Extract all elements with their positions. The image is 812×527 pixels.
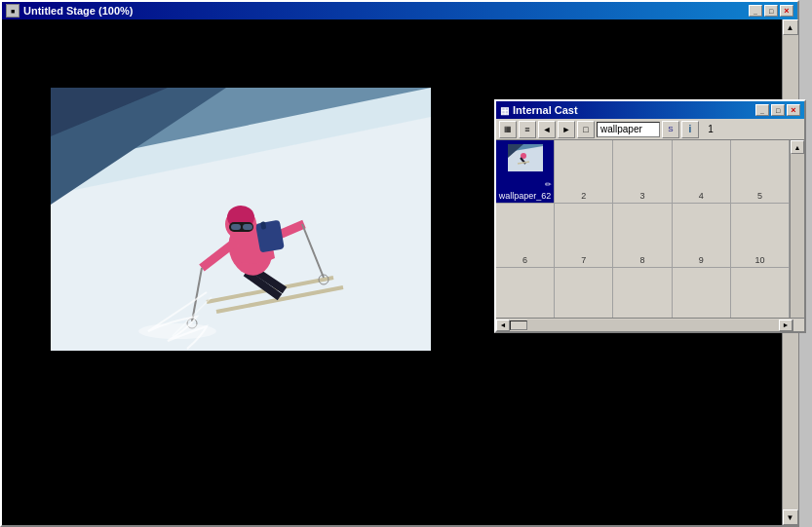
cast-resize-handle[interactable] xyxy=(793,320,804,331)
cast-script-button[interactable]: S xyxy=(662,121,679,138)
main-title-bar: ■ Untitled Stage (100%) _ □ × xyxy=(2,2,797,19)
cast-cell-8[interactable]: 8 xyxy=(613,204,672,267)
main-window-icon: ■ xyxy=(6,4,19,18)
cast-prev-button[interactable]: ◄ xyxy=(538,121,556,138)
cast-cell-1[interactable]: ✏wallpaper_62 xyxy=(496,140,555,204)
cast-list-view-button[interactable]: ≡ xyxy=(519,121,536,138)
cast-cell-2[interactable]: 2 xyxy=(555,140,613,204)
cast-cell-6[interactable]: 6 xyxy=(496,204,555,267)
cast-maximize-button[interactable]: □ xyxy=(771,104,785,116)
svg-point-23 xyxy=(138,323,216,339)
cast-window-icon: ▦ xyxy=(500,105,509,116)
cast-cell-label: 6 xyxy=(522,255,527,265)
cast-cell-9[interactable]: 9 xyxy=(673,204,731,267)
scroll-down-arrow[interactable]: ▼ xyxy=(783,509,798,525)
cast-scroll-right: ▲ ▼ xyxy=(791,140,804,331)
cast-scroll-left-arrow[interactable]: ◄ xyxy=(496,320,510,331)
skier-illustration xyxy=(51,88,431,351)
cast-cell-label: 2 xyxy=(581,191,586,201)
cast-page-number: 1 xyxy=(701,124,720,134)
cast-next-button[interactable]: ► xyxy=(558,121,575,138)
svg-rect-18 xyxy=(243,224,252,230)
cast-cell-label: 5 xyxy=(757,191,762,201)
cast-title-bar: ▦ Internal Cast _ □ × xyxy=(496,101,804,119)
cast-scroll-right-arrow[interactable]: ► xyxy=(779,320,793,331)
cast-cell-label: 3 xyxy=(639,191,644,201)
cast-bottom-bar: ◄ ► xyxy=(496,318,804,331)
cast-member-button[interactable]: □ xyxy=(577,121,595,138)
main-minimize-button[interactable]: _ xyxy=(749,5,762,17)
main-window-title: Untitled Stage (100%) xyxy=(23,5,749,17)
cast-cell-3[interactable]: 3 xyxy=(613,140,672,204)
cast-window-controls: _ □ × xyxy=(755,104,800,116)
cast-cell-edit-icon: ✏ xyxy=(545,180,552,189)
cast-cell-7[interactable]: 7 xyxy=(555,204,613,267)
cast-cell-thumbnail xyxy=(508,144,543,171)
cast-scroll-track[interactable] xyxy=(791,154,804,318)
cast-info-button[interactable]: i xyxy=(681,121,699,138)
cast-window-title: Internal Cast xyxy=(513,104,755,116)
cast-h-scroll-track[interactable] xyxy=(527,320,779,331)
cast-cell-10[interactable]: 10 xyxy=(731,204,790,267)
cast-name-input[interactable] xyxy=(597,122,660,137)
cast-scroll-up-arrow[interactable]: ▲ xyxy=(791,140,804,154)
main-window: ■ Untitled Stage (100%) _ □ × ▲ ▼ xyxy=(0,0,799,527)
main-close-button[interactable]: × xyxy=(780,5,793,17)
cast-cell-label: 10 xyxy=(754,255,764,265)
cast-minimize-button[interactable]: _ xyxy=(755,104,769,116)
cast-cell-label: 7 xyxy=(581,255,586,265)
main-maximize-button[interactable]: □ xyxy=(764,5,778,17)
main-window-controls: _ □ × xyxy=(749,5,793,17)
cast-grid: ✏wallpaper_6223456789101112131415 xyxy=(496,140,791,331)
cast-close-button[interactable]: × xyxy=(787,104,800,116)
cast-cell-label: 4 xyxy=(699,191,704,201)
cast-cell-5[interactable]: 5 xyxy=(731,140,790,204)
scroll-up-arrow[interactable]: ▲ xyxy=(783,19,798,35)
cast-cell-4[interactable]: 4 xyxy=(673,140,731,204)
svg-rect-17 xyxy=(231,224,241,230)
cast-h-thumb[interactable] xyxy=(510,320,527,330)
cast-grid-view-button[interactable]: ▦ xyxy=(499,121,517,138)
svg-rect-12 xyxy=(255,220,285,253)
cast-cell-label: wallpaper_62 xyxy=(499,191,552,201)
cast-window: ▦ Internal Cast _ □ × ▦ ≡ ◄ ► □ S i 1 xyxy=(494,99,806,333)
cast-cell-label: 9 xyxy=(699,255,704,265)
cast-cell-label: 8 xyxy=(639,255,644,265)
cast-grid-area: ✏wallpaper_6223456789101112131415 ▲ ▼ xyxy=(496,140,804,331)
stage-image xyxy=(51,88,431,351)
cast-toolbar: ▦ ≡ ◄ ► □ S i 1 xyxy=(496,119,804,140)
